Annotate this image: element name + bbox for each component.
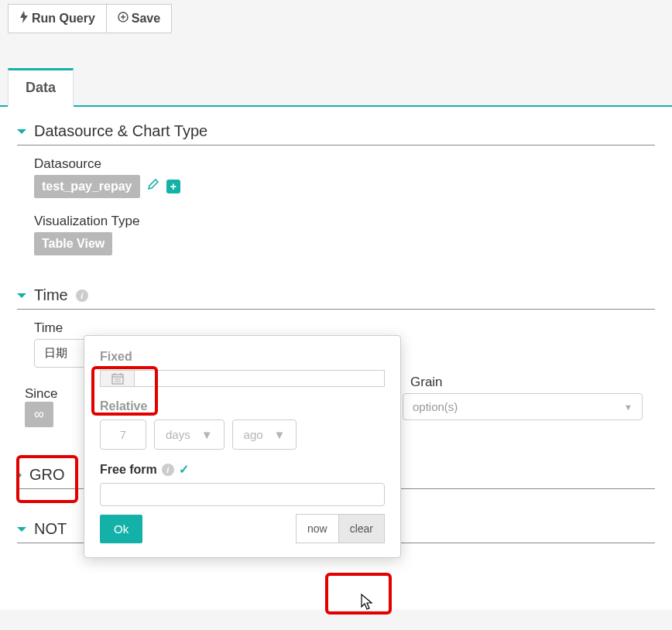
caret-down-icon: [17, 527, 26, 532]
time-grain-field: Grain option(s) ▼: [403, 375, 643, 420]
caret-down-icon: [17, 129, 26, 134]
save-label: Save: [132, 12, 160, 26]
info-icon: i: [162, 464, 174, 476]
calendar-icon[interactable]: [100, 370, 134, 387]
datasource-value[interactable]: test_pay_repay: [34, 175, 140, 198]
mouse-cursor-icon: [360, 593, 375, 614]
viz-label: Visualization Type: [34, 214, 655, 229]
check-icon: ✓: [179, 462, 189, 477]
tab-data[interactable]: Data: [8, 68, 74, 107]
tab-bar: Data: [0, 68, 672, 107]
chevron-down-icon: ▼: [624, 402, 633, 412]
fixed-date-input[interactable]: [134, 370, 385, 387]
datasource-field: Datasource test_pay_repay +: [34, 156, 655, 198]
caret-right-icon: [17, 471, 22, 480]
save-button[interactable]: Save: [107, 4, 172, 33]
time-grain-select[interactable]: option(s) ▼: [403, 393, 643, 420]
section-datasource[interactable]: Datasource & Chart Type: [17, 115, 655, 146]
time-grain-label: Grain: [410, 375, 643, 390]
time-column-label: Time: [34, 320, 104, 336]
now-label: now: [307, 522, 327, 535]
clear-label: clear: [350, 522, 373, 535]
plus-icon[interactable]: +: [166, 180, 180, 193]
chevron-down-icon: ▼: [274, 428, 286, 441]
run-query-label: Run Query: [32, 12, 95, 26]
relative-value-input[interactable]: 7: [100, 419, 146, 450]
caret-down-icon: [17, 293, 26, 298]
edit-icon[interactable]: [147, 180, 163, 193]
section-time[interactable]: Time i: [17, 279, 655, 310]
relative-when-select[interactable]: ago ▼: [232, 419, 297, 450]
free-form-input[interactable]: [100, 483, 385, 506]
relative-unit-select[interactable]: days ▼: [154, 419, 225, 450]
relative-row: 7 days ▼ ago ▼: [100, 419, 385, 450]
chevron-down-icon: ▼: [201, 428, 213, 441]
section-time-title: Time: [34, 286, 68, 304]
time-range-popover: Fixed Relative 7 days ▼ ago ▼ Free form …: [84, 335, 401, 558]
datasource-label: Datasource: [34, 156, 655, 172]
ok-button[interactable]: Ok: [100, 515, 142, 543]
since-value-button[interactable]: ∞: [25, 402, 53, 427]
section-groupby-title: GRO: [29, 466, 65, 484]
highlight-box-clear: [325, 573, 392, 615]
relative-label: Relative: [100, 399, 385, 413]
run-query-button[interactable]: Run Query: [8, 4, 107, 33]
fixed-label: Fixed: [100, 350, 385, 364]
relative-when: ago: [244, 428, 263, 441]
plus-circle-icon: [118, 12, 129, 26]
section-datasource-title: Datasource & Chart Type: [34, 122, 207, 140]
infinity-icon: ∞: [34, 406, 44, 423]
tab-data-label: Data: [26, 80, 56, 95]
time-grain-placeholder: option(s): [413, 400, 458, 413]
ok-label: Ok: [114, 522, 129, 536]
fixed-input-group: [100, 370, 385, 387]
relative-value: 7: [120, 428, 126, 441]
free-form-label: Free form i ✓: [100, 462, 385, 477]
relative-unit: days: [166, 428, 190, 441]
viz-value[interactable]: Table View: [34, 232, 112, 255]
info-icon: i: [76, 289, 88, 302]
lightning-icon: [19, 11, 29, 26]
now-button[interactable]: now: [296, 514, 339, 543]
popover-actions: Ok now clear: [100, 514, 385, 543]
top-toolbar: Run Query Save: [0, 0, 672, 37]
data-panel: Datasource & Chart Type Datasource test_…: [0, 107, 672, 610]
time-column-value: 日期: [44, 346, 67, 361]
clear-button[interactable]: clear: [339, 514, 385, 543]
viz-type-field: Visualization Type Table View: [34, 214, 655, 255]
section-not-title: NOT: [34, 520, 67, 538]
right-button-group: now clear: [296, 514, 385, 543]
